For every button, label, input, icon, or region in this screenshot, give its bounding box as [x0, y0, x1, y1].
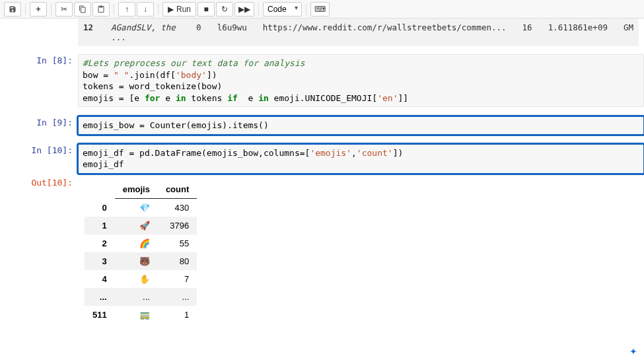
command-palette-button[interactable]: ⌨	[310, 2, 330, 17]
row-emoji: 🚃	[115, 306, 158, 324]
table-row: 2🌈55	[85, 235, 197, 252]
code-text: ])	[207, 70, 217, 80]
table-row: 0💎430	[85, 198, 197, 217]
code-text: bow =	[83, 70, 114, 80]
code-keyword: in	[258, 93, 269, 103]
code-text: e	[160, 93, 175, 103]
prev-row-id: l6u9wu	[217, 22, 247, 42]
prev-row-col5: 16	[522, 22, 532, 42]
code-string: 'en'	[377, 93, 398, 103]
output-prompt: Out[10]:	[0, 175, 78, 325]
row-count: 3796	[158, 217, 197, 235]
row-count: 55	[158, 235, 197, 252]
row-emoji: ✋	[115, 270, 158, 288]
table-row: 4✋7	[85, 270, 197, 288]
row-emoji: ...	[115, 288, 158, 306]
separator	[306, 3, 306, 15]
code-keyword: for	[145, 93, 160, 103]
save-button[interactable]	[4, 2, 21, 17]
prev-row-index: 12	[83, 22, 95, 42]
code-text: emoji_df	[83, 159, 124, 169]
table-row: 3🐻80	[85, 252, 197, 270]
code-editor[interactable]: emojis_bow = Counter(emojis).items()	[78, 116, 644, 135]
input-prompt: In [10]:	[0, 143, 78, 175]
stop-icon: ■	[203, 5, 208, 14]
restart-run-all-button[interactable]: ▶▶	[234, 2, 254, 17]
interrupt-button[interactable]: ■	[197, 2, 215, 17]
cut-button[interactable]: ✂	[55, 2, 73, 17]
refresh-icon: ↻	[221, 5, 228, 14]
prev-row-col6: 1.611861e+09	[548, 22, 608, 42]
celltype-select-wrap: Code	[263, 2, 302, 17]
code-text: tokens = word_tokenize(bow)	[83, 81, 222, 91]
add-cell-button[interactable]: +	[30, 2, 47, 17]
code-string: 'emojis'	[310, 148, 351, 158]
plus-icon: +	[36, 5, 40, 14]
prev-row-body: AGandSLV, the ...	[111, 22, 180, 42]
row-emoji: 🚀	[115, 217, 158, 235]
code-text: ])	[393, 148, 404, 158]
row-emoji: 🐻	[115, 252, 158, 270]
row-count: 7	[158, 270, 197, 288]
row-count: 1	[158, 306, 197, 324]
table-index-header	[85, 180, 115, 199]
separator	[114, 3, 114, 15]
code-editor[interactable]: emoji_df = pd.DataFrame(emojis_bow,colum…	[78, 144, 644, 174]
celltype-select[interactable]: Code	[263, 2, 302, 17]
row-index: 3	[85, 252, 115, 270]
table-col-count: count	[158, 180, 197, 199]
fast-forward-icon: ▶▶	[238, 5, 250, 14]
code-text: ]]	[398, 93, 408, 103]
separator	[51, 3, 52, 15]
table-row: 1🚀3796	[85, 217, 197, 235]
code-string: " "	[114, 70, 129, 80]
row-index: 1	[85, 217, 115, 235]
code-cell-8[interactable]: In [8]: #Lets preprocess our text data f…	[0, 53, 644, 108]
row-count: 430	[158, 198, 197, 217]
play-icon: ▶	[168, 5, 174, 14]
code-string: 'count'	[357, 148, 393, 158]
copy-icon	[79, 5, 87, 13]
copy-button[interactable]	[74, 2, 91, 17]
paste-button[interactable]	[92, 2, 110, 17]
code-editor[interactable]: #Lets preprocess our text data for analy…	[78, 54, 644, 107]
restart-button[interactable]: ↻	[216, 2, 233, 17]
scissors-icon: ✂	[61, 5, 67, 14]
output-cell-10: Out[10]: emojis count 0💎430 1🚀3796 2🌈55 …	[0, 175, 644, 325]
code-cell-10[interactable]: In [10]: emoji_df = pd.DataFrame(emojis_…	[0, 143, 644, 175]
table-row: 511🚃1	[85, 306, 197, 324]
dataframe-table: emojis count 0💎430 1🚀3796 2🌈55 3🐻80 4✋7 …	[85, 180, 197, 324]
prev-row-url: https://www.reddit.com/r/wallstreetbets/…	[263, 22, 507, 42]
code-text: .join(df[	[129, 70, 175, 80]
row-index: 2	[85, 235, 115, 252]
row-emoji: 🌈	[115, 235, 158, 252]
code-text: ,	[351, 148, 357, 158]
paste-icon	[97, 5, 105, 13]
input-prompt: In [9]:	[0, 115, 78, 136]
table-col-emojis: emojis	[115, 180, 158, 199]
toolbar: + ✂ ↑ ↓ ▶Run ■ ↻ ▶▶ Code ⌨	[0, 0, 644, 18]
prev-output-row: 12 AGandSLV, the ... 0 l6u9wu https://ww…	[78, 18, 639, 46]
separator	[158, 3, 159, 15]
code-text: tokens	[186, 93, 228, 103]
input-prompt: In [8]:	[0, 53, 78, 108]
code-keyword: in	[176, 93, 186, 103]
code-text: emoji_df = pd.DataFrame(emojis_bow,colum…	[83, 148, 310, 158]
arrow-up-icon: ↑	[125, 5, 129, 14]
row-index: 0	[85, 198, 115, 217]
run-label: Run	[176, 5, 191, 14]
separator	[258, 3, 259, 15]
table-row: .........	[85, 288, 197, 306]
code-keyword: if	[227, 93, 238, 103]
corner-logo-icon: ✦	[629, 346, 637, 357]
run-button[interactable]: ▶Run	[162, 2, 196, 17]
move-down-button[interactable]: ↓	[137, 2, 154, 17]
move-up-button[interactable]: ↑	[118, 2, 135, 17]
code-text: emoji.UNICODE_EMOJI[	[269, 93, 377, 103]
notebook: In [8]: #Lets preprocess our text data f…	[0, 53, 644, 325]
separator	[25, 3, 26, 15]
code-cell-9[interactable]: In [9]: emojis_bow = Counter(emojis).ite…	[0, 115, 644, 136]
arrow-down-icon: ↓	[143, 5, 147, 14]
row-index: 4	[85, 270, 115, 288]
code-string: 'body'	[176, 70, 207, 80]
